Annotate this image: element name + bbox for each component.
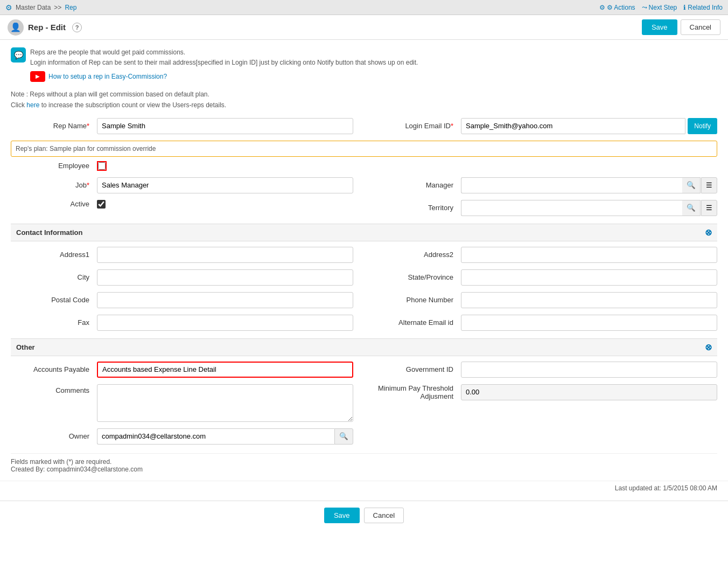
next-step-icon: ⤳ — [642, 4, 647, 11]
main-container: 👤 Rep - Edit ? Save Cancel 💬 Reps are th… — [0, 15, 728, 569]
video-link-row: How to setup a rep in Easy-Commission? — [30, 71, 418, 82]
active-checkbox[interactable] — [97, 200, 106, 209]
gear-icon-actions: ⚙ — [599, 4, 605, 11]
page-title-area: 👤 Rep - Edit ? — [8, 19, 82, 36]
accounts-payable-input[interactable] — [97, 362, 353, 378]
row-accounts-govid: Accounts Payable Government ID — [11, 362, 717, 378]
footer-bottom: Last updated at: 1/5/2015 08:00 AM — [0, 481, 728, 495]
manager-input-group: 🔍 ☰ — [461, 177, 717, 193]
row-address: Address1 Address2 — [11, 247, 717, 263]
gov-id-field: Government ID — [375, 362, 717, 378]
info-line2: Login information of Rep can be sent to … — [30, 58, 418, 68]
rep-name-label: Rep Name* — [11, 122, 97, 130]
header-bar: 👤 Rep - Edit ? Save Cancel — [0, 15, 728, 40]
required-note: Fields marked with (*) are required. — [11, 458, 717, 466]
territory-input[interactable] — [461, 200, 682, 216]
rep-name-field: Rep Name* — [11, 118, 353, 134]
page-title: Rep - Edit — [28, 23, 66, 32]
here-link[interactable]: here — [26, 101, 39, 109]
postal-input[interactable] — [97, 292, 353, 308]
state-input[interactable] — [461, 269, 717, 286]
info-section: 💬 Reps are the people that would get pai… — [11, 47, 717, 110]
row-active-territory: Active Territory 🔍 ☰ — [11, 200, 717, 216]
postal-field: Postal Code — [11, 292, 353, 308]
plan-row — [11, 141, 717, 157]
row-job-manager: Job* Manager 🔍 ☰ — [11, 177, 717, 193]
address2-label: Address2 — [375, 251, 461, 259]
next-step-btn[interactable]: ⤳ Next Step — [642, 4, 677, 11]
employee-checkbox-container — [97, 161, 107, 171]
employee-checkbox[interactable] — [98, 162, 106, 170]
accounts-payable-label: Accounts Payable — [11, 365, 97, 373]
address1-input[interactable] — [97, 247, 353, 263]
breadcrumb-sep: >> — [54, 4, 61, 11]
manager-label: Manager — [375, 181, 461, 189]
owner-input[interactable] — [97, 428, 334, 445]
info-line1: Reps are the people that would get paid … — [30, 47, 418, 58]
city-input[interactable] — [97, 269, 353, 286]
content-area: 💬 Reps are the people that would get pai… — [0, 40, 728, 481]
comments-textarea[interactable] — [97, 384, 353, 422]
fax-input[interactable] — [97, 315, 353, 331]
cancel-button-bottom[interactable]: Cancel — [364, 508, 404, 523]
master-data-link[interactable]: Master Data — [16, 4, 51, 11]
chat-icon: 💬 — [11, 47, 26, 63]
plan-input[interactable] — [11, 141, 717, 157]
alt-email-field: Alternate Email id — [375, 315, 717, 331]
manager-list-btn[interactable]: ☰ — [701, 177, 717, 193]
manager-search-btn[interactable]: 🔍 — [682, 177, 701, 193]
rep-name-input[interactable] — [97, 118, 353, 134]
cancel-button-top[interactable]: Cancel — [681, 19, 720, 35]
min-pay-input[interactable] — [461, 384, 717, 400]
save-button-top[interactable]: Save — [642, 19, 677, 35]
fax-field: Fax — [11, 315, 353, 331]
row-employee: Employee — [11, 161, 717, 171]
row-comments-minpay: Comments Minimum Pay Threshold Adjusment — [11, 384, 717, 422]
rep-link[interactable]: Rep — [65, 4, 76, 11]
notify-button[interactable]: Notify — [688, 118, 717, 134]
territory-input-group: 🔍 ☰ — [461, 200, 717, 216]
other-collapse-icon[interactable]: ⊗ — [705, 342, 712, 352]
employee-label: Employee — [11, 162, 97, 170]
address1-label: Address1 — [11, 251, 97, 259]
alt-email-input[interactable] — [461, 315, 717, 331]
active-label: Active — [11, 200, 97, 208]
login-email-label: Login Email ID* — [375, 122, 461, 130]
breadcrumb: ⚙ Master Data >> Rep — [5, 3, 76, 12]
territory-search-btn[interactable]: 🔍 — [682, 200, 701, 216]
phone-input[interactable] — [461, 292, 717, 308]
phone-field: Phone Number — [375, 292, 717, 308]
login-email-input[interactable] — [461, 118, 685, 134]
contact-section-header: Contact Information ⊗ — [11, 224, 717, 241]
actions-btn[interactable]: ⚙ ⚙ Actions — [599, 4, 635, 11]
contact-section-label: Contact Information — [16, 228, 83, 237]
address1-field: Address1 — [11, 247, 353, 263]
person-icon: 👤 — [10, 22, 21, 32]
created-by: Created By: compadmin034@cellarstone.com — [11, 466, 717, 473]
phone-label: Phone Number — [375, 296, 461, 304]
form-section: Rep Name* Login Email ID* Notify — [11, 118, 717, 445]
owner-search-btn[interactable]: 🔍 — [334, 428, 353, 445]
job-input[interactable] — [97, 177, 353, 193]
alt-email-label: Alternate Email id — [375, 318, 461, 327]
min-pay-label: Minimum Pay Threshold Adjusment — [375, 384, 461, 400]
territory-list-btn[interactable]: ☰ — [701, 200, 717, 216]
comments-label: Comments — [11, 384, 97, 394]
gov-id-input[interactable] — [461, 362, 717, 378]
accounts-payable-field: Accounts Payable — [11, 362, 353, 378]
row-fax-altemail: Fax Alternate Email id — [11, 315, 717, 331]
video-link[interactable]: How to setup a rep in Easy-Commission? — [48, 72, 167, 82]
owner-label: Owner — [11, 432, 97, 440]
help-icon[interactable]: ? — [72, 23, 82, 32]
note-line2: Click here to increase the subscription … — [11, 100, 717, 110]
address2-input[interactable] — [461, 247, 717, 263]
manager-input[interactable] — [461, 177, 682, 193]
related-info-btn[interactable]: ℹ Related Info — [683, 4, 723, 11]
youtube-icon — [30, 71, 45, 82]
footer-save-area: Save Cancel — [0, 501, 728, 530]
row-owner: Owner 🔍 — [11, 428, 717, 445]
gear-icon: ⚙ — [5, 3, 12, 12]
save-button-bottom[interactable]: Save — [324, 508, 360, 523]
active-field: Active — [11, 200, 353, 209]
contact-collapse-icon[interactable]: ⊗ — [705, 227, 712, 238]
